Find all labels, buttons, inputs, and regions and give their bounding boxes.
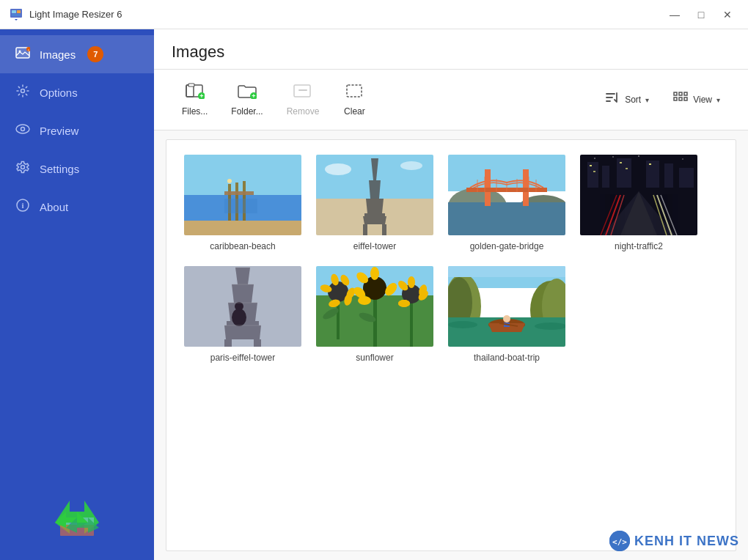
image-label-caribbean-beach: caribbean-beach	[210, 241, 275, 251]
svg-rect-86	[602, 166, 609, 188]
svg-rect-106	[224, 339, 232, 347]
svg-point-148	[448, 321, 477, 328]
view-button[interactable]: View ▾	[662, 86, 730, 114]
svg-rect-31	[347, 85, 362, 97]
svg-point-109	[235, 302, 243, 311]
svg-text:</>: </>	[612, 537, 627, 547]
images-badge: 7	[87, 46, 103, 62]
sort-button[interactable]: Sort ▾	[594, 86, 659, 114]
svg-point-134	[408, 276, 415, 288]
image-thumb-caribbean-beach	[184, 155, 301, 235]
remove-icon	[293, 83, 312, 103]
svg-marker-4	[15, 19, 18, 21]
image-item-paris-eiffel-tower[interactable]: paris-eiffel-tower	[184, 266, 301, 363]
svg-text:+: +	[199, 92, 203, 99]
svg-point-152	[503, 315, 510, 323]
svg-rect-57	[363, 224, 367, 235]
svg-point-108	[232, 309, 246, 326]
svg-rect-58	[382, 224, 386, 235]
toolbar: + Files... + Folder...	[154, 70, 748, 130]
title-bar: Light Image Resizer 6 — □ ✕	[0, 0, 748, 29]
svg-point-10	[21, 89, 25, 93]
svg-rect-89	[664, 163, 673, 188]
svg-point-12	[21, 128, 25, 131]
svg-rect-0	[10, 9, 22, 18]
about-nav-label: About	[40, 201, 68, 213]
svg-rect-40	[684, 97, 687, 100]
svg-rect-49	[224, 199, 257, 213]
svg-point-59	[325, 163, 351, 175]
sidebar-item-about[interactable]: i About	[0, 188, 154, 226]
view-dropdown-arrow: ▾	[716, 96, 720, 104]
close-button[interactable]: ✕	[716, 4, 739, 25]
about-nav-icon: i	[15, 198, 31, 215]
svg-rect-93	[620, 162, 622, 163]
svg-point-149	[535, 323, 565, 330]
svg-rect-38	[674, 97, 677, 100]
app-title: Light Image Resizer 6	[29, 9, 122, 20]
files-icon: +	[186, 83, 205, 103]
watermark-label: KENH IT NEWS	[634, 534, 739, 549]
svg-rect-3	[12, 14, 21, 16]
sidebar-item-options[interactable]: Options	[0, 73, 154, 111]
svg-rect-90	[679, 168, 694, 188]
svg-rect-95	[649, 163, 651, 165]
image-label-night-traffic2: night-traffic2	[615, 241, 663, 251]
sidebar-item-preview[interactable]: Preview	[0, 111, 154, 150]
watermark: </> KENH IT NEWS	[609, 531, 739, 551]
image-item-night-traffic2[interactable]: night-traffic2	[580, 155, 697, 251]
image-item-golden-gate-bridge[interactable]: golden-gate-bridge	[448, 155, 565, 251]
svg-point-97	[612, 156, 614, 158]
app-body: + Images 7 Options	[0, 29, 748, 560]
app-logo-icon	[51, 497, 103, 548]
svg-point-48	[227, 179, 232, 183]
svg-point-96	[594, 158, 595, 159]
options-nav-icon	[15, 84, 31, 101]
image-thumb-night-traffic2	[580, 155, 697, 235]
svg-rect-35	[674, 92, 677, 95]
page-title: Images	[172, 43, 730, 62]
svg-rect-155	[448, 266, 565, 277]
svg-marker-54	[366, 199, 384, 213]
files-button-label: Files...	[182, 106, 208, 117]
image-item-thailand-boat-trip[interactable]: thailand-boat-trip	[448, 266, 565, 363]
preview-nav-label: Preview	[40, 125, 78, 137]
clear-button[interactable]: Clear	[332, 78, 376, 121]
svg-rect-107	[254, 339, 261, 347]
image-item-eiffel-tower[interactable]: eiffel-tower	[316, 155, 433, 251]
image-thumb-thailand-boat-trip	[448, 266, 565, 347]
svg-rect-37	[684, 92, 687, 95]
svg-marker-56	[363, 216, 386, 224]
svg-point-139	[398, 300, 410, 307]
sidebar-nav: + Images 7 Options	[0, 29, 154, 485]
svg-rect-91	[590, 165, 592, 166]
folder-button[interactable]: + Folder...	[221, 78, 273, 121]
files-button[interactable]: + Files...	[172, 78, 218, 121]
content-header: Images	[154, 29, 748, 70]
svg-text:i: i	[21, 201, 23, 210]
sidebar-item-images[interactable]: + Images 7	[0, 35, 154, 73]
minimize-button[interactable]: —	[663, 4, 686, 25]
svg-point-99	[682, 158, 683, 160]
sort-icon	[604, 90, 620, 109]
svg-rect-43	[184, 221, 301, 235]
svg-point-11	[16, 125, 29, 133]
sidebar-item-settings[interactable]: Settings	[0, 150, 154, 188]
svg-rect-92	[593, 171, 595, 172]
maximize-button[interactable]: □	[689, 4, 713, 25]
svg-marker-105	[224, 325, 261, 339]
app-icon	[9, 7, 23, 22]
image-item-caribbean-beach[interactable]: caribbean-beach	[184, 155, 301, 251]
svg-rect-47	[224, 191, 254, 195]
images-nav-icon: +	[15, 45, 31, 63]
image-item-sunflower[interactable]: sunflower	[316, 266, 433, 363]
svg-text:+: +	[252, 92, 255, 99]
remove-button-label: Remove	[287, 106, 320, 117]
svg-rect-36	[679, 92, 682, 95]
svg-rect-39	[679, 97, 682, 100]
svg-rect-2	[17, 10, 21, 13]
image-label-thailand-boat-trip: thailand-boat-trip	[474, 353, 540, 363]
svg-rect-1	[12, 10, 16, 13]
watermark-icon: </>	[609, 531, 630, 551]
settings-nav-icon	[15, 160, 31, 177]
